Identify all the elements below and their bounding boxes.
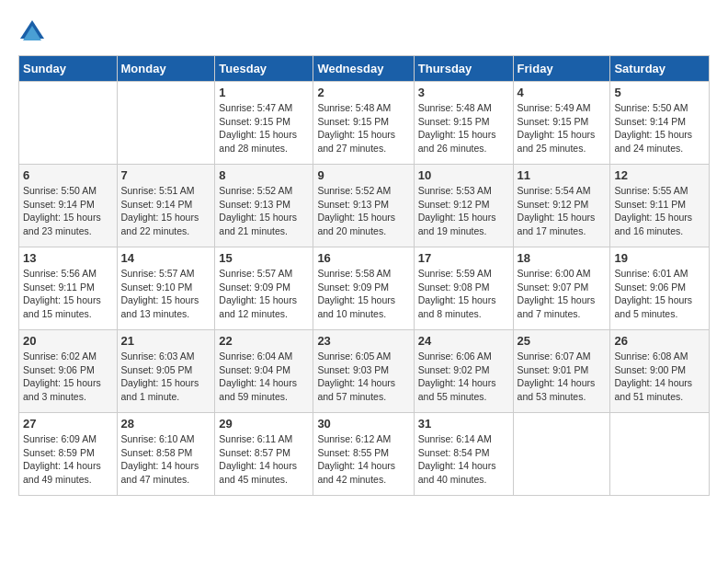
- day-info: Sunrise: 6:03 AM Sunset: 9:05 PM Dayligh…: [121, 350, 211, 404]
- day-number: 31: [418, 417, 509, 431]
- day-number: 6: [23, 168, 113, 182]
- day-cell: 5Sunrise: 5:50 AM Sunset: 9:14 PM Daylig…: [610, 82, 710, 165]
- calendar: SundayMondayTuesdayWednesdayThursdayFrid…: [18, 55, 710, 496]
- day-cell: 27Sunrise: 6:09 AM Sunset: 8:59 PM Dayli…: [19, 413, 118, 496]
- day-number: 13: [23, 251, 113, 265]
- day-info: Sunrise: 5:48 AM Sunset: 9:15 PM Dayligh…: [317, 101, 409, 155]
- day-number: 10: [418, 168, 509, 182]
- day-cell: 12Sunrise: 5:55 AM Sunset: 9:11 PM Dayli…: [610, 165, 710, 247]
- day-info: Sunrise: 6:04 AM Sunset: 9:04 PM Dayligh…: [219, 350, 309, 404]
- day-cell: 17Sunrise: 5:59 AM Sunset: 9:08 PM Dayli…: [414, 247, 513, 330]
- day-number: 30: [317, 417, 409, 431]
- day-cell: 2Sunrise: 5:48 AM Sunset: 9:15 PM Daylig…: [313, 82, 414, 165]
- day-cell: 26Sunrise: 6:08 AM Sunset: 9:00 PM Dayli…: [610, 330, 710, 413]
- day-cell: [117, 82, 215, 165]
- day-number: 12: [614, 168, 705, 182]
- logo: [18, 18, 50, 46]
- day-info: Sunrise: 6:07 AM Sunset: 9:01 PM Dayligh…: [518, 350, 607, 404]
- day-cell: 30Sunrise: 6:12 AM Sunset: 8:55 PM Dayli…: [313, 413, 414, 496]
- day-number: 22: [219, 334, 309, 348]
- day-info: Sunrise: 5:48 AM Sunset: 9:15 PM Dayligh…: [418, 101, 509, 155]
- day-info: Sunrise: 5:52 AM Sunset: 9:13 PM Dayligh…: [317, 184, 409, 238]
- week-row-4: 20Sunrise: 6:02 AM Sunset: 9:06 PM Dayli…: [19, 330, 710, 413]
- day-info: Sunrise: 6:01 AM Sunset: 9:06 PM Dayligh…: [614, 267, 705, 321]
- day-info: Sunrise: 5:47 AM Sunset: 9:15 PM Dayligh…: [219, 101, 309, 155]
- day-cell: 4Sunrise: 5:49 AM Sunset: 9:15 PM Daylig…: [513, 82, 610, 165]
- week-row-1: 1Sunrise: 5:47 AM Sunset: 9:15 PM Daylig…: [19, 82, 710, 165]
- day-number: 25: [518, 334, 607, 348]
- day-info: Sunrise: 5:50 AM Sunset: 9:14 PM Dayligh…: [614, 101, 705, 155]
- day-cell: 10Sunrise: 5:53 AM Sunset: 9:12 PM Dayli…: [414, 165, 513, 247]
- day-cell: 20Sunrise: 6:02 AM Sunset: 9:06 PM Dayli…: [19, 330, 118, 413]
- day-number: 18: [518, 251, 607, 265]
- day-info: Sunrise: 6:14 AM Sunset: 8:54 PM Dayligh…: [418, 432, 509, 487]
- day-cell: 3Sunrise: 5:48 AM Sunset: 9:15 PM Daylig…: [414, 82, 513, 165]
- day-info: Sunrise: 5:55 AM Sunset: 9:11 PM Dayligh…: [614, 184, 705, 238]
- day-number: 11: [518, 168, 607, 182]
- page-header: [18, 18, 710, 46]
- day-cell: 18Sunrise: 6:00 AM Sunset: 9:07 PM Dayli…: [513, 247, 610, 330]
- day-cell: 14Sunrise: 5:57 AM Sunset: 9:10 PM Dayli…: [117, 247, 215, 330]
- day-cell: 21Sunrise: 6:03 AM Sunset: 9:05 PM Dayli…: [117, 330, 215, 413]
- day-info: Sunrise: 5:53 AM Sunset: 9:12 PM Dayligh…: [418, 184, 509, 238]
- column-header-thursday: Thursday: [414, 56, 513, 82]
- column-header-friday: Friday: [513, 56, 610, 82]
- day-number: 9: [317, 168, 409, 182]
- day-number: 24: [418, 334, 509, 348]
- day-info: Sunrise: 5:59 AM Sunset: 9:08 PM Dayligh…: [418, 267, 509, 321]
- week-row-2: 6Sunrise: 5:50 AM Sunset: 9:14 PM Daylig…: [19, 165, 710, 247]
- day-number: 20: [23, 334, 113, 348]
- day-info: Sunrise: 5:51 AM Sunset: 9:14 PM Dayligh…: [121, 184, 211, 238]
- day-cell: 19Sunrise: 6:01 AM Sunset: 9:06 PM Dayli…: [610, 247, 710, 330]
- day-number: 5: [614, 86, 705, 99]
- week-row-5: 27Sunrise: 6:09 AM Sunset: 8:59 PM Dayli…: [19, 413, 710, 496]
- day-info: Sunrise: 6:00 AM Sunset: 9:07 PM Dayligh…: [518, 267, 607, 321]
- week-row-3: 13Sunrise: 5:56 AM Sunset: 9:11 PM Dayli…: [19, 247, 710, 330]
- day-info: Sunrise: 5:49 AM Sunset: 9:15 PM Dayligh…: [518, 101, 607, 155]
- day-number: 4: [518, 86, 607, 99]
- logo-icon: [18, 18, 46, 46]
- day-info: Sunrise: 6:02 AM Sunset: 9:06 PM Dayligh…: [23, 350, 113, 404]
- day-info: Sunrise: 6:12 AM Sunset: 8:55 PM Dayligh…: [317, 432, 409, 487]
- day-cell: 8Sunrise: 5:52 AM Sunset: 9:13 PM Daylig…: [215, 165, 313, 247]
- day-number: 28: [121, 417, 211, 431]
- day-number: 3: [418, 86, 509, 99]
- day-number: 7: [121, 168, 211, 182]
- day-cell: 7Sunrise: 5:51 AM Sunset: 9:14 PM Daylig…: [117, 165, 215, 247]
- column-header-sunday: Sunday: [19, 56, 118, 82]
- day-cell: 6Sunrise: 5:50 AM Sunset: 9:14 PM Daylig…: [19, 165, 118, 247]
- day-cell: 25Sunrise: 6:07 AM Sunset: 9:01 PM Dayli…: [513, 330, 610, 413]
- day-number: 1: [219, 86, 309, 99]
- day-info: Sunrise: 5:54 AM Sunset: 9:12 PM Dayligh…: [518, 184, 607, 238]
- day-number: 26: [614, 334, 705, 348]
- day-cell: 24Sunrise: 6:06 AM Sunset: 9:02 PM Dayli…: [414, 330, 513, 413]
- day-number: 15: [219, 251, 309, 265]
- day-info: Sunrise: 6:10 AM Sunset: 8:58 PM Dayligh…: [121, 432, 211, 487]
- day-info: Sunrise: 6:11 AM Sunset: 8:57 PM Dayligh…: [219, 432, 309, 487]
- day-number: 17: [418, 251, 509, 265]
- column-header-wednesday: Wednesday: [313, 56, 414, 82]
- day-number: 19: [614, 251, 705, 265]
- day-number: 21: [121, 334, 211, 348]
- day-info: Sunrise: 6:08 AM Sunset: 9:00 PM Dayligh…: [614, 350, 705, 404]
- day-info: Sunrise: 6:06 AM Sunset: 9:02 PM Dayligh…: [418, 350, 509, 404]
- day-cell: 28Sunrise: 6:10 AM Sunset: 8:58 PM Dayli…: [117, 413, 215, 496]
- day-cell: 23Sunrise: 6:05 AM Sunset: 9:03 PM Dayli…: [313, 330, 414, 413]
- day-cell: 15Sunrise: 5:57 AM Sunset: 9:09 PM Dayli…: [215, 247, 313, 330]
- day-number: 16: [317, 251, 409, 265]
- day-cell: 11Sunrise: 5:54 AM Sunset: 9:12 PM Dayli…: [513, 165, 610, 247]
- column-header-saturday: Saturday: [610, 56, 710, 82]
- day-info: Sunrise: 6:09 AM Sunset: 8:59 PM Dayligh…: [23, 432, 113, 487]
- day-info: Sunrise: 5:52 AM Sunset: 9:13 PM Dayligh…: [219, 184, 309, 238]
- calendar-header-row: SundayMondayTuesdayWednesdayThursdayFrid…: [19, 56, 710, 82]
- day-cell: 13Sunrise: 5:56 AM Sunset: 9:11 PM Dayli…: [19, 247, 118, 330]
- day-info: Sunrise: 5:58 AM Sunset: 9:09 PM Dayligh…: [317, 267, 409, 321]
- column-header-tuesday: Tuesday: [215, 56, 313, 82]
- day-cell: 16Sunrise: 5:58 AM Sunset: 9:09 PM Dayli…: [313, 247, 414, 330]
- day-number: 14: [121, 251, 211, 265]
- day-number: 23: [317, 334, 409, 348]
- day-cell: 29Sunrise: 6:11 AM Sunset: 8:57 PM Dayli…: [215, 413, 313, 496]
- day-cell: [19, 82, 118, 165]
- day-info: Sunrise: 5:57 AM Sunset: 9:09 PM Dayligh…: [219, 267, 309, 321]
- day-info: Sunrise: 5:50 AM Sunset: 9:14 PM Dayligh…: [23, 184, 113, 238]
